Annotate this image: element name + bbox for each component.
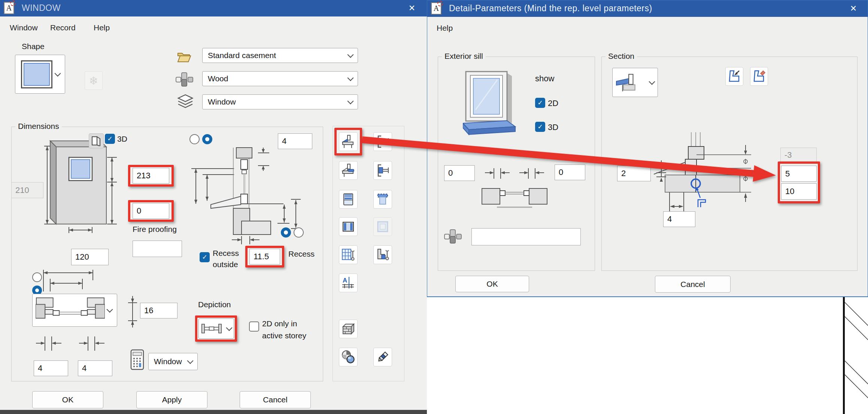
height-ref-radio-1[interactable]: [189, 134, 200, 144]
sill-height-field[interactable]: 16: [140, 303, 177, 318]
menu-record[interactable]: Record: [50, 23, 76, 32]
drawing-canvas[interactable]: [427, 297, 868, 414]
delete-profile-button[interactable]: [750, 67, 768, 86]
sill-material-field[interactable]: [471, 228, 581, 245]
side-panels-button[interactable]: [339, 217, 358, 236]
show-2d-checkbox[interactable]: [535, 98, 545, 108]
show-label: show: [535, 74, 554, 84]
roller-shutter-button[interactable]: [339, 190, 358, 209]
chevron-down-icon: [649, 79, 655, 85]
dist-bottom-field[interactable]: 10: [781, 183, 817, 200]
chevron-down-icon: [347, 98, 354, 105]
label-button[interactable]: A: [339, 274, 358, 292]
material-icon: [175, 72, 194, 87]
profile-erase-icon: [752, 70, 766, 83]
depiction-label: Depiction: [198, 300, 231, 309]
section-legend: Section: [606, 52, 637, 61]
fire-proofing-field[interactable]: [133, 241, 182, 257]
sash-settings-button[interactable]: [339, 245, 358, 264]
masonry-icon: [342, 322, 355, 336]
interior-reveal-button[interactable]: [373, 161, 392, 180]
sill-offset-left-field[interactable]: 0: [444, 165, 475, 181]
sill-offset-right-field[interactable]: 0: [555, 164, 585, 180]
app-icon: A: [4, 2, 14, 14]
sill-profile-combo[interactable]: [612, 68, 658, 97]
apply-button[interactable]: Apply: [136, 391, 207, 408]
reveal-left-field[interactable]: 4: [34, 360, 68, 376]
wall-opening-button[interactable]: [89, 133, 104, 148]
reveal-right-field[interactable]: 4: [78, 360, 112, 376]
height-bottom-field[interactable]: 0: [133, 203, 169, 219]
close-icon[interactable]: ✕: [405, 3, 419, 14]
sill-ref-radio-2[interactable]: [294, 227, 304, 238]
window-dialog-titlebar[interactable]: A WINDOW ✕: [0, 0, 427, 16]
detail-dialog-title: Detail-Parameters (Mind the rep. level p…: [449, 3, 652, 13]
shape-combo[interactable]: [15, 55, 65, 94]
width-ref-radio-1[interactable]: [32, 272, 42, 282]
recess-field[interactable]: 11.5: [249, 249, 280, 265]
rise-field[interactable]: 2: [617, 166, 651, 181]
dimensions-legend: Dimensions: [15, 122, 62, 131]
profile-settings-button[interactable]: [373, 245, 392, 264]
dialog-bottom-edge: [0, 410, 427, 414]
storey-checkbox[interactable]: [249, 321, 259, 332]
interior-sill-button[interactable]: [339, 161, 358, 180]
close-icon[interactable]: ✕: [847, 3, 860, 14]
masonry-button[interactable]: [339, 320, 358, 338]
canvas-drawing: [427, 297, 868, 414]
exterior-sill-button[interactable]: [339, 132, 358, 151]
show-3d-checkbox[interactable]: [535, 122, 545, 132]
wall-3d-diagram: [44, 138, 119, 235]
cancel-button[interactable]: Cancel: [240, 391, 311, 408]
chevron-down-icon: [55, 70, 61, 77]
detail-ok-button[interactable]: OK: [455, 276, 529, 292]
plan-view-preview: [36, 297, 105, 324]
menu-window[interactable]: Window: [10, 23, 38, 32]
template-combo[interactable]: Standard casement: [202, 48, 358, 63]
fire-proofing-label: Fire proofing: [133, 225, 177, 234]
sill-ref-radio-1[interactable]: [281, 227, 291, 238]
menu-help[interactable]: Help: [437, 24, 453, 33]
snowflake-icon: ❄: [89, 74, 98, 87]
interior-sill-icon: [342, 164, 355, 177]
calculator-icon: [130, 349, 144, 370]
layers-icon: [177, 94, 194, 111]
3d-checkbox[interactable]: [105, 134, 115, 144]
menu-help[interactable]: Help: [94, 23, 110, 32]
lintel-icon: [376, 193, 389, 206]
window-dialog: A WINDOW ✕ Window Record Help Shape ❄ St…: [0, 0, 428, 414]
detail-cancel-button[interactable]: Cancel: [655, 276, 731, 293]
layer-combo[interactable]: Window: [202, 94, 358, 109]
interior-reveal-icon: [376, 164, 389, 177]
depiction-combo[interactable]: [198, 318, 234, 339]
reveal-dim-marks: [34, 336, 106, 355]
apply-profile-button[interactable]: [725, 67, 743, 86]
ok-button[interactable]: OK: [32, 391, 103, 408]
sill-height-dim-icon: [127, 296, 138, 327]
height-ref-radio-2[interactable]: [202, 134, 212, 144]
app-icon: A: [431, 2, 441, 15]
side-panels-icon: [342, 220, 355, 233]
width-field-section[interactable]: 4: [663, 211, 695, 227]
plan-view-combo[interactable]: [32, 294, 117, 327]
exterior-sill-legend: Exterior sill: [442, 52, 486, 61]
freeze-button[interactable]: ❄: [85, 71, 103, 90]
lintel-button[interactable]: [373, 190, 392, 209]
width-field[interactable]: 120: [71, 249, 109, 265]
recess-outside-label-1: Recess: [213, 249, 239, 258]
dist-top-field[interactable]: 5: [781, 166, 817, 182]
surface-button[interactable]: [339, 348, 358, 366]
3d-checkbox-label: 3D: [117, 135, 127, 143]
exterior-reveal-button[interactable]: [373, 132, 392, 151]
recess-outside-checkbox[interactable]: [200, 252, 210, 262]
detail-dialog-titlebar[interactable]: A Detail-Parameters (Mind the rep. level…: [427, 0, 868, 17]
sill-profile-preview: [616, 73, 639, 91]
calc-ref-combo[interactable]: Window: [148, 353, 198, 370]
label-a-icon: A: [342, 276, 355, 290]
material-combo[interactable]: Wood: [202, 71, 358, 86]
frame-top-field[interactable]: 4: [278, 133, 312, 149]
height-top-field[interactable]: 213: [133, 168, 169, 184]
screenshot-stage: A WINDOW ✕ Window Record Help Shape ❄ St…: [0, 0, 868, 414]
chevron-down-icon: [347, 75, 354, 81]
modify-button[interactable]: [373, 348, 392, 366]
